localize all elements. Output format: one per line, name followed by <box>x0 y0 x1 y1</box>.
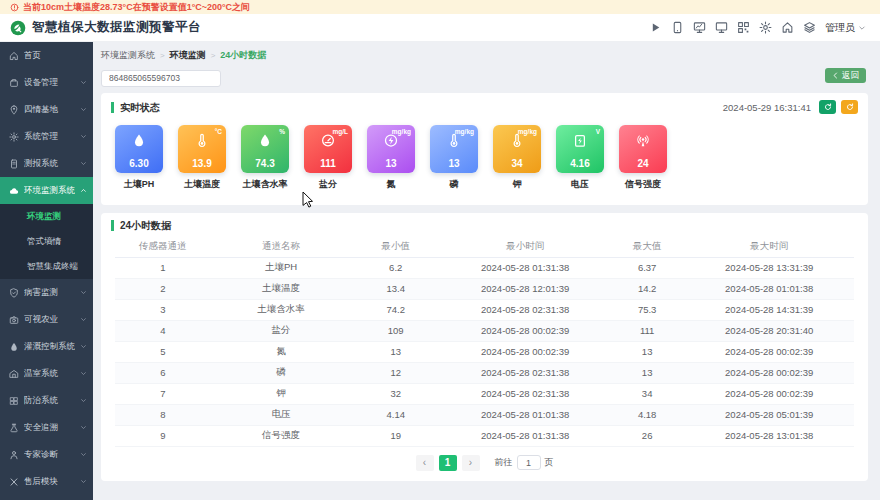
card-value: 13 <box>430 158 478 169</box>
table-column-header: 最大值 <box>610 237 684 257</box>
home-icon[interactable] <box>781 21 794 34</box>
sidebar-item-2[interactable]: 设备管理 <box>0 69 93 96</box>
timestamp: 2024-05-29 16:31:41 <box>723 102 811 113</box>
goto-page: 前往 页 <box>495 455 554 470</box>
sidebar-item-6[interactable]: 环境监测系统 <box>0 177 93 204</box>
status-card-tile: V4.16 <box>556 125 604 173</box>
toolbar: 返回 <box>101 67 868 88</box>
table-row: 2土壤温度13.42024-05-28 12:01:3914.22024-05-… <box>115 278 855 299</box>
main-layout: 首页设备管理四情基地系统管理测报系统环境监测系统环境监测管式墒情智慧集成终端病害… <box>0 42 880 500</box>
table-row: 3土壤含水率74.22024-05-28 02:31:3875.32024-05… <box>115 299 855 320</box>
monitor-icon[interactable] <box>715 21 728 34</box>
breadcrumb-item[interactable]: 环境监测系统 <box>101 49 155 62</box>
sidebar-item-11[interactable]: 防治系统 <box>0 387 93 414</box>
table-cell: 2024-05-28 00:02:39 <box>684 341 854 362</box>
gear-icon[interactable] <box>759 21 772 34</box>
qrcode-icon[interactable] <box>737 21 750 34</box>
layers-icon[interactable] <box>803 21 816 34</box>
table-cell: 2024-05-28 00:02:39 <box>684 362 854 383</box>
refresh-orange-button[interactable] <box>841 100 858 114</box>
table-cell: 111 <box>610 320 684 341</box>
camera-icon <box>9 315 19 325</box>
table-cell: 2024-05-28 14:31:39 <box>684 299 854 320</box>
sidebar-item-4[interactable]: 系统管理 <box>0 123 93 150</box>
sidebar-subitem[interactable]: 智慧集成终端 <box>0 254 93 279</box>
table-column-header: 通道名称 <box>211 237 352 257</box>
status-card: mg/kg13氮 <box>367 125 415 191</box>
status-card: V4.16电压 <box>556 125 604 191</box>
table-cell: 2 <box>115 278 211 299</box>
sidebar-item-14[interactable]: 售后模块 <box>0 468 93 495</box>
goto-label: 前往 <box>495 456 513 469</box>
sidebar-item-1[interactable]: 首页 <box>0 42 93 69</box>
sidebar-item-9[interactable]: 灌溉控制系统 <box>0 333 93 360</box>
card-label: 磷 <box>430 178 478 191</box>
card-value: 6.30 <box>115 158 163 169</box>
monitor-chart-icon[interactable] <box>693 21 706 34</box>
table-cell: 4 <box>115 320 211 341</box>
sidebar-item-7[interactable]: 病害监测 <box>0 279 93 306</box>
table-cell: 4.18 <box>610 404 684 425</box>
refresh-green-button[interactable] <box>819 100 836 114</box>
sidebar-item-5[interactable]: 测报系统 <box>0 150 93 177</box>
sidebar-item-label: 设备管理 <box>24 77 75 89</box>
table-cell: 34 <box>610 383 684 404</box>
table-row: 9信号强度192024-05-28 01:31:38262024-05-28 1… <box>115 425 855 446</box>
table-cell: 2024-05-28 01:31:38 <box>440 425 610 446</box>
play-icon[interactable] <box>649 21 662 34</box>
back-button[interactable]: 返回 <box>825 68 866 83</box>
card-value: 13.9 <box>178 158 226 169</box>
sidebar-item-13[interactable]: 专家诊断 <box>0 441 93 468</box>
sidebar-item-label: 售后模块 <box>24 476 75 488</box>
card-value: 4.16 <box>556 158 604 169</box>
sidebar-item-10[interactable]: 温室系统 <box>0 360 93 387</box>
goto-page-input[interactable] <box>517 455 541 470</box>
aftersale-icon <box>9 477 19 487</box>
sidebar-item-3[interactable]: 四情基地 <box>0 96 93 123</box>
card-value: 24 <box>619 158 667 169</box>
table-cell: 13 <box>610 362 684 383</box>
next-page-button[interactable]: › <box>462 455 480 471</box>
table-cell: 14.2 <box>610 278 684 299</box>
prev-page-button[interactable]: ‹ <box>416 455 434 471</box>
sidebar-item-8[interactable]: 可视农业 <box>0 306 93 333</box>
status-card-tile: mg/kg13 <box>367 125 415 173</box>
realtime-title: 实时状态 <box>111 102 160 113</box>
card-value: 111 <box>304 158 352 169</box>
table-cell: 2024-05-28 00:02:39 <box>684 383 854 404</box>
diagnosis-icon <box>9 450 19 460</box>
chevron-down-icon <box>80 289 87 296</box>
sidebar-subitem[interactable]: 环境监测 <box>0 204 93 229</box>
chevron-down-icon <box>80 316 87 323</box>
tablet-icon[interactable] <box>671 21 684 34</box>
table-cell: 13.4 <box>351 278 440 299</box>
table-cell: 6.2 <box>351 257 440 278</box>
device-id-input[interactable] <box>101 70 221 87</box>
table-cell: 信号强度 <box>211 425 352 446</box>
sidebar-submenu: 环境监测管式墒情智慧集成终端 <box>0 204 93 279</box>
location-icon <box>9 105 19 115</box>
user-menu[interactable]: 管理员 <box>825 21 866 35</box>
page-button-1[interactable]: 1 <box>439 455 457 471</box>
card-value: 74.3 <box>241 158 289 169</box>
sidebar-item-label: 测报系统 <box>24 158 75 170</box>
goto-unit-label: 页 <box>545 456 554 469</box>
card-label: 盐分 <box>304 178 352 191</box>
breadcrumb-item[interactable]: 环境监测 <box>170 49 206 62</box>
table-cell: 13 <box>610 341 684 362</box>
chevron-down-icon <box>80 478 87 485</box>
table-row: 7钾322024-05-28 02:31:38342024-05-28 00:0… <box>115 383 855 404</box>
thermometer-icon <box>195 133 210 148</box>
sidebar-item-label: 首页 <box>24 50 87 62</box>
status-card-tile: 24 <box>619 125 667 173</box>
sidebar-subitem[interactable]: 管式墒情 <box>0 229 93 254</box>
table-cell: 2024-05-28 01:31:38 <box>440 257 610 278</box>
table-cell: 4.14 <box>351 404 440 425</box>
droplet-icon <box>258 133 273 148</box>
status-card: mg/kg13磷 <box>430 125 478 191</box>
table-row: 4盐分1092024-05-28 00:02:391112024-05-28 2… <box>115 320 855 341</box>
thermometer-icon <box>447 133 462 148</box>
sidebar-item-label: 四情基地 <box>24 104 75 116</box>
table-header-row: 传感器通道通道名称最小值最小时间最大值最大时间 <box>115 237 855 257</box>
sidebar-item-12[interactable]: 安全追溯 <box>0 414 93 441</box>
